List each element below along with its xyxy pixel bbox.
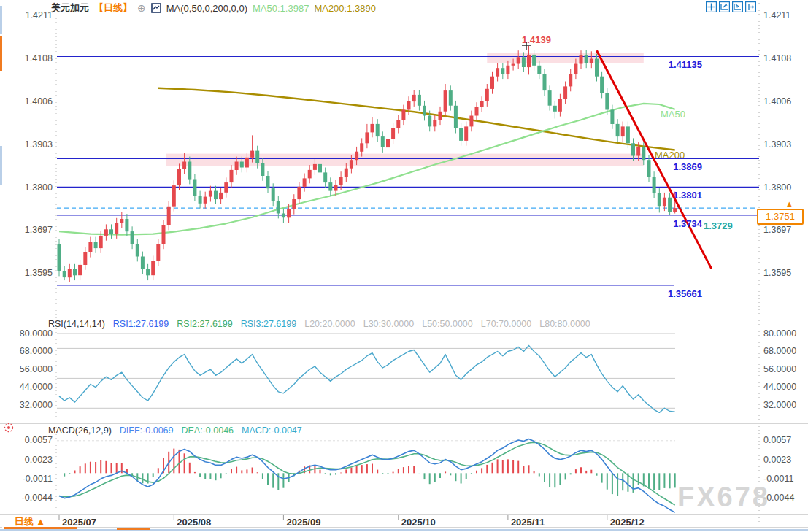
rsi-formula[interactable]: RSI(14,14,14)	[48, 319, 105, 329]
price-axis-label-left: 1.4211	[0, 10, 53, 20]
rsi-axis-label-right: 56.0000	[763, 364, 796, 374]
peak-price-annotation: 1.4139	[510, 34, 563, 45]
level-value-label: 1.3869	[641, 161, 702, 172]
price-axis-label-left: 1.3595	[0, 268, 53, 278]
rsi-axis-label-right: 32.0000	[763, 400, 796, 410]
macd-value: MACD:-0.0047	[242, 425, 302, 436]
price-axis-label-right: 1.4108	[763, 53, 791, 63]
macd-axis-label-right: 0.0057	[763, 435, 791, 445]
rsi-axis-label-left: 56.0000	[0, 364, 53, 374]
price-axis-label-left: 1.4108	[0, 53, 53, 63]
peak-marker-icon	[521, 42, 531, 51]
watermark: FX678	[677, 482, 770, 513]
rsi2-value: RSI2:27.6199	[177, 319, 232, 329]
price-axis-label-right: 1.3697	[763, 225, 791, 235]
macd-axis-label-right: -0.0011	[763, 474, 793, 484]
current-price-tag: 1.3751	[757, 209, 804, 225]
macd-formula[interactable]: MACD(26,12,9)	[48, 425, 112, 436]
x-axis-month-label: 2025/10	[401, 517, 436, 528]
macd-diff-value: DIFF:-0.0069	[120, 425, 174, 436]
price-axis-label-left: 1.3697	[0, 225, 53, 235]
ma200-line-label: MA200	[655, 150, 685, 161]
macd-axis-label-left: 0.0057	[0, 435, 53, 445]
rsi1-value: RSI1:27.6199	[113, 319, 169, 329]
price-axis-label-right: 1.4211	[763, 10, 790, 20]
horizontal-scrollbar-thumb[interactable]	[117, 528, 150, 530]
level-value-label: 1.3734	[641, 218, 702, 229]
rsi-axis-label-left: 44.0000	[0, 382, 53, 392]
rsi-l20: L20:20.0000	[304, 319, 355, 329]
rsi-axis-label-right: 68.0000	[763, 346, 796, 356]
chart-application-window: 美元加元 【日线】 ⊕ MA(0,50,0,200,0,0) MA50:1.39…	[0, 0, 808, 532]
rsi3-value: RSI3:27.6199	[241, 319, 296, 329]
indicator-settings-icon[interactable]	[3, 422, 15, 433]
macd-axis-label-left: -0.0011	[0, 474, 53, 484]
price-axis-label-left: 1.3800	[0, 182, 53, 193]
price-axis-label-right: 1.4006	[763, 96, 791, 107]
level-value-label: 1.41135	[641, 59, 702, 70]
rsi-axis-label-left: 80.0000	[0, 328, 53, 339]
rsi-l50: L50:50.0000	[422, 319, 473, 329]
x-axis-month-label: 2025/09	[286, 517, 320, 528]
price-axis-label-right: 1.3595	[763, 268, 791, 278]
rsi-axis-label-right: 80.0000	[763, 328, 796, 339]
rsi-header: RSI(14,14,14) RSI1:27.6199 RSI2:27.6199 …	[48, 319, 590, 329]
rsi-axis-label-left: 68.0000	[0, 346, 53, 356]
macd-dea-value: DEA:-0.0046	[181, 425, 234, 436]
price-arrow-icon: ▲	[785, 199, 793, 208]
price-axis-label-left: 1.3903	[0, 139, 53, 150]
macd-header: MACD(26,12,9) DIFF:-0.0069 DEA:-0.0046 M…	[48, 425, 302, 436]
panel-divider[interactable]	[0, 315, 808, 315]
panel-divider[interactable]	[0, 423, 808, 424]
x-axis-month-label: 2025/12	[610, 517, 645, 528]
rsi-axis-label-right: 44.0000	[763, 382, 796, 392]
price-axis-label-left: 1.4006	[0, 96, 53, 107]
level-value-label: 1.35661	[641, 288, 702, 299]
level-value-label: 1.3801	[641, 190, 702, 201]
macd-axis-label-right: -0.0044	[763, 493, 794, 503]
rsi-l30: L30:30.0000	[363, 319, 415, 329]
x-axis-month-label: 2025/08	[177, 517, 211, 528]
chart-canvas[interactable]	[0, 0, 808, 532]
ma50-line-label: MA50	[661, 109, 685, 120]
x-axis-month-label: 2025/11	[511, 517, 545, 528]
rsi-l70: L70:70.0000	[481, 319, 532, 329]
price-axis-label-right: 1.3903	[763, 139, 791, 150]
rsi-axis-label-left: 32.0000	[0, 400, 53, 410]
rsi-l80: L80:80.0000	[539, 319, 590, 329]
panel-divider	[0, 514, 808, 515]
teal-level-label: 1.3729	[704, 220, 733, 231]
macd-axis-label-right: 0.0023	[763, 455, 791, 465]
tab-period-daily[interactable]: 日线 ▲	[2, 515, 58, 528]
macd-axis-label-left: -0.0044	[0, 493, 53, 503]
price-axis-label-right: 1.3800	[763, 182, 791, 193]
macd-axis-label-left: 0.0023	[0, 455, 53, 465]
x-axis-month-label: 2025/07	[62, 517, 96, 528]
